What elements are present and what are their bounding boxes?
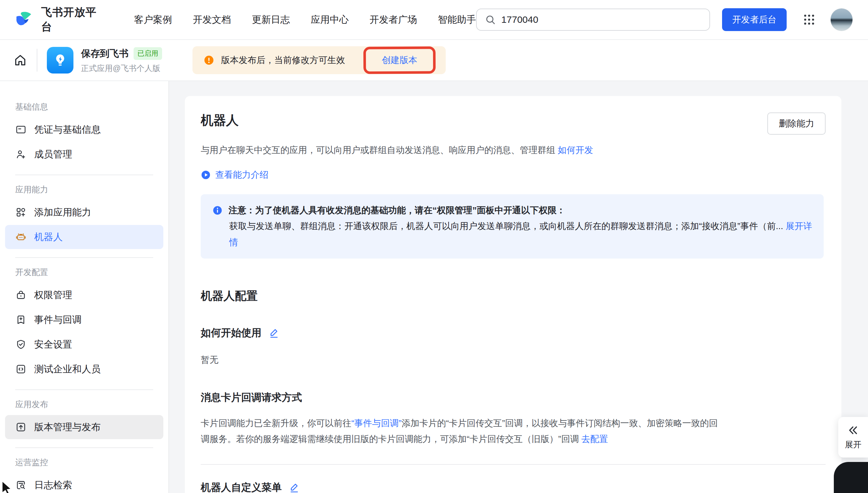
- custom-menu-heading: 机器人自定义菜单: [201, 481, 282, 493]
- sidebar-item-label: 测试企业和人员: [34, 363, 101, 376]
- sidebar-divider: [15, 447, 153, 448]
- shield-check-icon: [15, 339, 27, 350]
- sidebar-section-release: 应用发布: [0, 399, 168, 410]
- callback-text1: 卡片回调能力已全新升级，你可以前往: [201, 418, 351, 428]
- app-icon: [47, 47, 73, 73]
- version-notice-banner: 版本发布后，当前修改方可生效 创建版本: [192, 46, 446, 74]
- expand-label: 展开: [845, 439, 861, 450]
- sidebar-divider: [15, 257, 153, 258]
- nav-item-dev-plaza[interactable]: 开发者广场: [370, 13, 417, 26]
- sidebar-item-bot[interactable]: 机器人: [5, 225, 163, 249]
- warning-icon: [203, 55, 214, 66]
- sidebar-item-credentials[interactable]: 凭证与基础信息: [5, 117, 163, 142]
- section-divider: [201, 464, 826, 465]
- how-to-start-value: 暂无: [201, 354, 826, 366]
- sidebar-section-dev-config: 开发配置: [0, 267, 168, 278]
- main-content-area: 机器人 删除能力 与用户在聊天中交互的应用，可以向用户或群组自动发送消息、响应用…: [169, 81, 868, 493]
- delete-capability-button[interactable]: 删除能力: [767, 112, 826, 135]
- code-square-icon: [15, 363, 27, 375]
- sidebar-item-security[interactable]: 安全设置: [5, 333, 163, 357]
- app-name: 保存到飞书: [81, 47, 129, 60]
- version-notice-text: 版本发布后，当前修改方可生效: [221, 54, 345, 66]
- page-title: 机器人: [201, 112, 239, 128]
- create-version-wrap: 创建版本: [364, 48, 435, 72]
- sidebar-item-label: 凭证与基础信息: [34, 123, 101, 136]
- create-version-link[interactable]: 创建版本: [382, 55, 417, 65]
- brand-name: 飞书开放平台: [41, 5, 106, 34]
- play-circle-icon: [201, 170, 211, 180]
- permission-notice-box: 注意：为了使机器人具有收发消息的基础功能，请在“权限管理”面板中开通以下权限： …: [201, 194, 824, 259]
- sidebar: 基础信息 凭证与基础信息 成员管理 应用能力 添加应用能力: [0, 81, 169, 493]
- card-callback-heading: 消息卡片回调请求方式: [201, 391, 826, 405]
- sidebar-section-basic-info: 基础信息: [0, 101, 168, 112]
- sidebar-item-label: 版本管理与发布: [34, 421, 101, 434]
- grid-add-icon: [15, 207, 27, 218]
- doc-search-icon: [15, 479, 27, 491]
- nav-item-docs[interactable]: 开发文档: [193, 13, 231, 26]
- search-icon: [484, 14, 496, 26]
- app-meta: 保存到飞书 已启用 正式应用@飞书个人版: [81, 47, 162, 73]
- edit-pencil-icon[interactable]: [289, 482, 300, 493]
- bookmark-add-icon: [15, 314, 27, 325]
- sidebar-item-events-callbacks[interactable]: 事件与回调: [5, 308, 163, 332]
- sidebar-item-version-release[interactable]: 版本管理与发布: [5, 415, 163, 439]
- sidebar-item-label: 权限管理: [34, 288, 72, 302]
- sidebar-divider: [15, 389, 153, 390]
- how-to-start-heading: 如何开始使用: [201, 326, 261, 340]
- floating-widget-corner[interactable]: [834, 462, 868, 493]
- nav-item-changelog[interactable]: 更新日志: [252, 13, 290, 26]
- divider: [37, 49, 37, 71]
- notice-line1: 注意：为了使机器人具有收发消息的基础功能，请在“权限管理”面板中开通以下权限：: [229, 202, 565, 218]
- double-chevron-left-icon: [847, 425, 859, 436]
- current-app-chip[interactable]: 保存到飞书 已启用 正式应用@飞书个人版: [47, 47, 162, 73]
- search-input[interactable]: [501, 14, 702, 25]
- bot-capability-card: 机器人 删除能力 与用户在聊天中交互的应用，可以向用户或群组自动发送消息、响应用…: [185, 96, 841, 493]
- sidebar-item-label: 日志检索: [34, 479, 72, 492]
- notice-line2-wrap: 获取与发送单聊、群组消息：开通该权限后，机器人可以向用户发送单聊消息，或向机器人…: [212, 218, 812, 250]
- sidebar-divider: [15, 175, 153, 175]
- bot-config-heading: 机器人配置: [201, 288, 826, 304]
- sidebar-item-test-org[interactable]: 测试企业和人员: [5, 357, 163, 381]
- nav-item-assistant[interactable]: 智能助手: [438, 13, 476, 26]
- sidebar-item-permissions[interactable]: 权限管理: [5, 283, 163, 307]
- notice-line2: 获取与发送单聊、群组消息：开通该权限后，机器人可以向用户发送单聊消息，或向机器人…: [229, 221, 783, 231]
- home-icon[interactable]: [13, 53, 27, 67]
- nav-item-app-center[interactable]: 应用中心: [311, 13, 349, 26]
- sidebar-item-label: 安全设置: [34, 338, 72, 351]
- how-to-develop-link[interactable]: 如何开发: [558, 145, 593, 155]
- search-box[interactable]: [476, 8, 710, 31]
- app-subtitle: 正式应用@飞书个人版: [81, 63, 162, 73]
- sidebar-section-monitoring: 运营监控: [0, 457, 168, 468]
- capability-intro-label: 查看能力介绍: [215, 169, 269, 181]
- feishu-logo-icon: [15, 11, 35, 28]
- card-callback-description: 卡片回调能力已全新升级，你可以前往“事件与回调”添加卡片的“卡片回传交互”回调，…: [201, 415, 726, 447]
- events-callbacks-link[interactable]: “事件与回调”: [351, 418, 402, 428]
- mouse-cursor: [0, 479, 15, 493]
- expand-panel-button[interactable]: 展开: [838, 417, 868, 457]
- edit-pencil-icon[interactable]: [269, 327, 280, 339]
- app-context-bar: 保存到飞书 已启用 正式应用@飞书个人版 版本发布后，当前修改方可生效 创建版本: [0, 40, 868, 81]
- sidebar-item-label: 成员管理: [34, 148, 72, 161]
- top-navbar: 飞书开放平台 客户案例 开发文档 更新日志 应用中心 开发者广场 智能助手 开发…: [0, 0, 868, 40]
- person-add-icon: [15, 149, 27, 160]
- brand[interactable]: 飞书开放平台: [15, 5, 106, 34]
- sidebar-item-label: 添加应用能力: [34, 206, 91, 219]
- robot-icon: [15, 231, 27, 243]
- primary-nav: 客户案例 开发文档 更新日志 应用中心 开发者广场 智能助手: [134, 13, 476, 26]
- sidebar-item-members[interactable]: 成员管理: [5, 142, 163, 166]
- lock-icon: [15, 289, 27, 301]
- bot-description-text: 与用户在聊天中交互的应用，可以向用户或群组自动发送消息、响应用户的消息、管理群组: [201, 145, 555, 155]
- developer-console-button[interactable]: 开发者后台: [722, 8, 786, 31]
- user-avatar[interactable]: [830, 8, 853, 31]
- status-badge: 已启用: [134, 47, 162, 60]
- nav-item-cases[interactable]: 客户案例: [134, 13, 172, 26]
- bot-description: 与用户在聊天中交互的应用，可以向用户或群组自动发送消息、响应用户的消息、管理群组…: [201, 144, 826, 156]
- id-card-icon: [15, 124, 27, 135]
- capability-intro-link[interactable]: 查看能力介绍: [201, 169, 826, 181]
- sidebar-item-add-capability[interactable]: 添加应用能力: [5, 200, 163, 224]
- go-configure-link[interactable]: 去配置: [581, 434, 608, 444]
- sidebar-item-label: 机器人: [34, 231, 63, 244]
- sidebar-item-label: 事件与回调: [34, 313, 82, 326]
- app-grid-icon[interactable]: [802, 12, 816, 27]
- sidebar-item-log-search[interactable]: 日志检索: [5, 473, 163, 493]
